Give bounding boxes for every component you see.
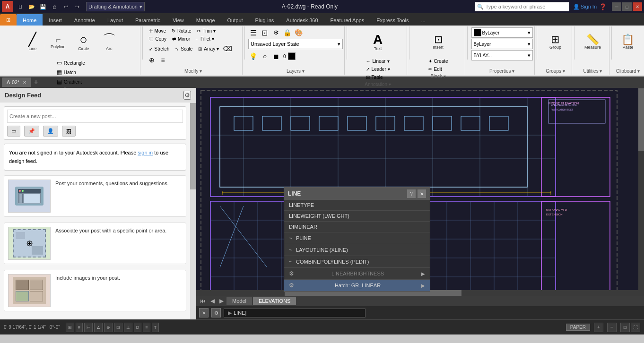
group-btn[interactable]: ⊞ Group bbox=[543, 27, 567, 57]
feed-image-btn[interactable]: 🖼 bbox=[62, 126, 76, 137]
trim-btn[interactable]: ✂ Trim ▾ bbox=[194, 27, 218, 34]
lw-toggle[interactable]: ≡ bbox=[143, 323, 150, 332]
ac-help-btn[interactable]: ? bbox=[407, 189, 416, 198]
leader-btn[interactable]: ↗ Leader ▾ bbox=[364, 66, 392, 73]
layer-off-btn[interactable]: ○ bbox=[260, 51, 270, 61]
sidebar-scrollbar[interactable] bbox=[190, 103, 196, 319]
tab-insert[interactable]: Insert bbox=[43, 14, 68, 26]
otrack-toggle[interactable]: ⊡ bbox=[114, 323, 122, 332]
mirror-btn[interactable]: ⇌ Mirror bbox=[170, 35, 192, 43]
offset-btn[interactable]: ≡ bbox=[158, 55, 168, 65]
doc-tab-close[interactable]: ✕ bbox=[23, 80, 26, 85]
feed-post-input[interactable] bbox=[7, 110, 183, 123]
ac-item-lineweight[interactable]: LINEWEIGHT (LWEIGHT) bbox=[284, 211, 430, 222]
scale-btn[interactable]: ⤡ Scale bbox=[173, 43, 195, 54]
undo-btn[interactable]: ↩ bbox=[61, 1, 71, 12]
linear-btn[interactable]: ↔Linear ▾ bbox=[364, 58, 392, 65]
stretch-btn[interactable]: ⤢ Stretch bbox=[147, 43, 172, 54]
erase-btn[interactable]: ⌫ bbox=[222, 43, 233, 54]
ducs-toggle[interactable]: ⊥ bbox=[124, 323, 132, 332]
copy-btn[interactable]: ⿻Copy bbox=[147, 35, 169, 43]
drawing-vscrollbar[interactable] bbox=[638, 88, 644, 296]
help-btn[interactable]: ❓ bbox=[598, 1, 608, 12]
ac-item-hatch-gr-linear[interactable]: ⚙ Hatch: GR_LINEAR ▶ bbox=[284, 280, 430, 292]
ac-close-btn[interactable]: ✕ bbox=[418, 189, 426, 198]
ac-item-linetype[interactable]: LINETYPE bbox=[284, 200, 430, 211]
layout-tab-elevations[interactable]: ELEVATIONS bbox=[253, 297, 296, 305]
layer-freeze-btn[interactable]: ❄ bbox=[271, 27, 281, 38]
minimize-btn[interactable]: ─ bbox=[612, 2, 621, 11]
tab-autodesk360[interactable]: Autodesk 360 bbox=[280, 14, 324, 26]
polyline-btn[interactable]: ⌐ Polyline bbox=[46, 27, 70, 57]
layer-on-btn[interactable]: 💡 bbox=[248, 51, 259, 61]
grid-toggle[interactable]: # bbox=[76, 323, 83, 332]
rectangle-btn[interactable]: ▭ Rectangle bbox=[54, 59, 87, 67]
text-btn[interactable]: A Text bbox=[366, 27, 390, 57]
new-btn[interactable]: 🗋 bbox=[15, 1, 26, 12]
feed-rectangle-btn[interactable]: ▭ bbox=[7, 126, 20, 137]
tab-home[interactable]: Home bbox=[17, 14, 43, 26]
layer-lock-btn[interactable]: 🔒 bbox=[282, 27, 293, 38]
osnap-toggle[interactable]: ⊕ bbox=[104, 323, 113, 332]
layer-color-btn[interactable]: 🎨 bbox=[294, 27, 304, 38]
table-btn[interactable]: ⊞Table bbox=[364, 74, 392, 81]
create-block-btn[interactable]: ✦ Create bbox=[426, 58, 451, 65]
rotate-btn[interactable]: ↻ Rotate bbox=[169, 27, 193, 34]
color-dropdown[interactable]: ByLayer ▾ bbox=[471, 27, 533, 38]
edit-block-btn[interactable]: ✏ Edit bbox=[426, 66, 451, 73]
ac-item-combinepolylines[interactable]: ~ COMBINEPOLYLINES (PEDIT) bbox=[284, 256, 430, 268]
array-btn[interactable]: ⊞ Array ▾ bbox=[196, 43, 221, 54]
redo-btn[interactable]: ↪ bbox=[72, 1, 82, 12]
tab-plugins[interactable]: Plug-ins bbox=[249, 14, 280, 26]
color-swatch[interactable] bbox=[288, 52, 296, 60]
drawing-area[interactable]: FRONT ELEVATION bbox=[196, 88, 644, 319]
tab-more[interactable]: ... bbox=[415, 14, 431, 26]
polar-toggle[interactable]: ∠ bbox=[94, 323, 103, 332]
zoom-out-status[interactable]: − bbox=[607, 323, 617, 332]
search-box[interactable]: 🔍 Type a keyword or phrase bbox=[475, 2, 569, 11]
print-btn[interactable]: 🖨 bbox=[49, 1, 60, 12]
ac-item-dimlinear[interactable]: DIMLINEAR bbox=[284, 222, 430, 232]
tp-toggle[interactable]: T bbox=[152, 323, 159, 332]
ac-item-layoutline[interactable]: ~ LAYOUTLINE (XLINE) bbox=[284, 244, 430, 256]
workspace-dropdown[interactable]: Drafting & Annotation ▾ bbox=[86, 2, 145, 11]
ortho-toggle[interactable]: ⊢ bbox=[84, 323, 93, 332]
line-btn[interactable]: ╱ Line bbox=[20, 27, 45, 57]
fullscreen-btn[interactable]: ⛶ bbox=[631, 323, 640, 332]
tab-express[interactable]: Express Tools bbox=[370, 14, 415, 26]
circle-btn[interactable]: ○ Circle bbox=[71, 27, 96, 57]
sidebar-settings-btn[interactable]: ⚙ bbox=[183, 91, 191, 100]
layer-color2-btn[interactable]: ◼ bbox=[271, 51, 281, 61]
layout-tab-model[interactable]: Model bbox=[226, 297, 252, 305]
tab-annotate[interactable]: Annotate bbox=[68, 14, 101, 26]
layout-nav-first[interactable]: ⏮ bbox=[198, 297, 208, 305]
layout-nav-next[interactable]: ▶ bbox=[218, 297, 226, 305]
zoom-in-status[interactable]: + bbox=[594, 323, 603, 332]
layer-state-btn[interactable]: ⊡ bbox=[260, 27, 270, 38]
hatch-btn[interactable]: ▦ Hatch bbox=[54, 68, 87, 77]
command-line-input[interactable]: ▶ LINE | bbox=[224, 309, 366, 317]
insert-btn[interactable]: ⊡ Insert bbox=[426, 27, 451, 57]
new-doc-btn[interactable]: + bbox=[31, 78, 41, 86]
cmd-settings-btn[interactable]: ⚙ bbox=[211, 308, 221, 317]
fillet-btn[interactable]: ⌐ Fillet ▾ bbox=[193, 35, 217, 43]
tab-featured[interactable]: Featured Apps bbox=[324, 14, 371, 26]
tab-manage[interactable]: Manage bbox=[190, 14, 221, 26]
feed-pin-btn[interactable]: 📌 bbox=[24, 126, 39, 137]
close-btn[interactable]: ✕ bbox=[633, 2, 642, 11]
save-btn[interactable]: 💾 bbox=[38, 1, 48, 12]
linetype-dropdown[interactable]: ByLayer ▾ bbox=[471, 39, 533, 49]
gradient-btn[interactable]: ▤ Gradient bbox=[54, 77, 87, 86]
maximize-btn[interactable]: □ bbox=[622, 2, 632, 11]
measure-btn[interactable]: 📏 Measure bbox=[580, 27, 605, 57]
open-btn[interactable]: 📂 bbox=[26, 1, 37, 12]
tab-parametric[interactable]: Parametric bbox=[129, 14, 166, 26]
layer-dropdown[interactable]: Unsaved Layer State ▾ bbox=[248, 39, 343, 49]
tab-layout[interactable]: Layout bbox=[101, 14, 129, 26]
arc-btn[interactable]: ⌒ Arc bbox=[97, 27, 122, 57]
layers-panel-btn[interactable]: ☰ bbox=[248, 27, 259, 38]
snap-toggle[interactable]: ⊞ bbox=[66, 323, 74, 332]
viewport-btn[interactable]: ⊡ bbox=[620, 323, 630, 332]
ac-item-pline[interactable]: ~ PLINE bbox=[284, 232, 430, 244]
lineweight-dropdown[interactable]: BYLAY... ▾ bbox=[471, 50, 533, 60]
